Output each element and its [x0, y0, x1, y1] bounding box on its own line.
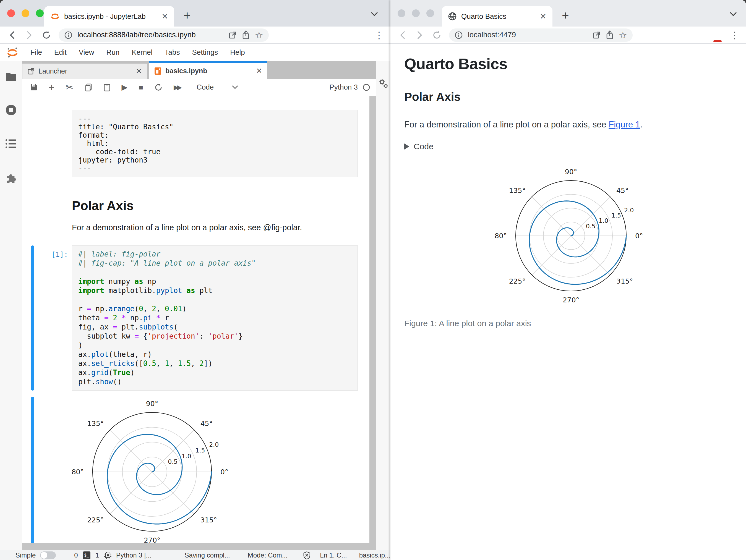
window-controls[interactable] [7, 9, 44, 17]
file-browser-icon[interactable] [5, 72, 17, 82]
minimize-window-button[interactable] [412, 9, 420, 17]
share-icon[interactable] [242, 30, 250, 40]
markdown-paragraph-cell[interactable]: For a demonstration of a line plot on a … [22, 223, 376, 232]
output-collapser[interactable] [31, 396, 34, 549]
svg-text:2.0: 2.0 [209, 441, 219, 448]
url-text[interactable]: localhost:8888/lab/tree/basics.ipynb [78, 31, 223, 39]
cell-type-dropdown[interactable]: Code [197, 83, 214, 91]
figure-caption: Figure 1: A line plot on a polar axis [404, 319, 722, 328]
output-cell[interactable]: 0°45°90°135°180°225°270°315°0.51.01.52.0 [22, 396, 376, 549]
site-info-icon[interactable] [455, 31, 463, 39]
open-in-new-icon[interactable] [592, 31, 601, 39]
browser-menu-icon[interactable]: ⋮ [374, 30, 384, 41]
cell-type-chevron-icon[interactable] [231, 85, 239, 90]
horizontal-scrollbar[interactable] [22, 543, 369, 550]
close-tab-icon[interactable]: ✕ [162, 12, 168, 21]
browser-tab-strip: basics.ipynb - JupyterLab ✕ + [0, 0, 391, 27]
run-cell-icon[interactable]: ▶ [122, 83, 128, 92]
paste-cells-icon[interactable] [104, 83, 111, 91]
url-bar[interactable]: localhost:4479 ☆ [449, 28, 633, 42]
markdown-heading-cell[interactable]: Polar Axis [22, 198, 376, 213]
close-launcher-tab-icon[interactable]: ✕ [136, 67, 142, 76]
new-tab-button[interactable]: + [183, 10, 191, 21]
menu-item-view[interactable]: View [79, 48, 94, 57]
run-all-icon[interactable]: ▶▶ [174, 84, 180, 91]
zoom-window-button[interactable] [36, 9, 44, 17]
add-cell-icon[interactable]: + [49, 82, 55, 93]
kernel-status-text[interactable]: Python 3 |... [116, 552, 151, 559]
menu-item-kernel[interactable]: Kernel [132, 48, 152, 57]
tab-notebook[interactable]: basics.ipynb ✕ [149, 61, 267, 79]
restart-kernel-icon[interactable] [154, 83, 163, 91]
site-info-icon[interactable] [64, 31, 73, 39]
open-in-new-icon[interactable] [228, 31, 237, 39]
zoom-window-button[interactable] [426, 9, 434, 17]
tab-search-chevron-icon[interactable] [728, 11, 738, 17]
bookmark-star-icon[interactable]: ☆ [255, 30, 263, 41]
editor-mode[interactable]: Mode: Com... [248, 552, 288, 559]
stop-kernel-icon[interactable]: ■ [139, 83, 143, 92]
url-text[interactable]: localhost:4479 [468, 31, 587, 39]
browser-tab[interactable]: Quarto Basics ✕ [442, 6, 552, 27]
forward-icon[interactable] [415, 30, 425, 40]
menu-item-tabs[interactable]: Tabs [165, 48, 180, 57]
menu-item-file[interactable]: File [30, 48, 42, 57]
minimize-window-button[interactable] [22, 9, 29, 17]
vertical-scrollbar[interactable] [369, 96, 376, 550]
tab-launcher[interactable]: Launcher ✕ [22, 63, 147, 79]
code-cell[interactable]: [1]: #| label: fig-polar#| fig-cap: "A l… [22, 245, 376, 390]
browser-navbar: localhost:8888/lab/tree/basics.ipynb ☆ ⋮ [0, 27, 391, 44]
kernel-status-icon[interactable] [362, 83, 371, 91]
close-notebook-tab-icon[interactable]: ✕ [256, 67, 262, 75]
kernels-count[interactable]: 1 [95, 552, 99, 559]
reload-icon[interactable] [432, 30, 442, 40]
cell-collapser[interactable] [31, 245, 34, 390]
jupyterlab-menubar: FileEditViewRunKernelTabsSettingsHelp [0, 44, 391, 61]
yaml-line: jupyter: python3 [78, 156, 351, 164]
bookmark-star-icon[interactable]: ☆ [619, 30, 627, 41]
menu-item-settings[interactable]: Settings [192, 48, 218, 57]
svg-text:180°: 180° [495, 232, 507, 240]
forward-icon[interactable] [24, 30, 34, 40]
menu-item-edit[interactable]: Edit [54, 48, 67, 57]
markdown-paragraph: For a demonstration of a line plot on a … [72, 223, 358, 232]
notebook-scroll-area[interactable]: ---title: "Quarto Basics"format: html: c… [22, 96, 376, 550]
back-icon[interactable] [7, 30, 17, 40]
yaml-cell-source[interactable]: ---title: "Quarto Basics"format: html: c… [72, 110, 358, 177]
url-bar[interactable]: localhost:8888/lab/tree/basics.ipynb ☆ [59, 28, 269, 42]
svg-text:270°: 270° [563, 296, 579, 304]
menu-item-help[interactable]: Help [230, 48, 245, 57]
figure-1-link[interactable]: Figure 1 [609, 120, 640, 129]
share-icon[interactable] [606, 30, 614, 40]
copy-cells-icon[interactable] [85, 83, 92, 91]
table-of-contents-icon[interactable] [5, 138, 17, 149]
close-window-button[interactable] [7, 9, 15, 17]
close-tab-icon[interactable]: ✕ [540, 12, 546, 21]
cursor-position[interactable]: Ln 1, C... [320, 552, 347, 559]
cut-cells-icon[interactable]: ✂ [65, 82, 74, 93]
svg-text:135°: 135° [509, 186, 526, 195]
cell-collapser[interactable] [31, 110, 34, 177]
close-window-button[interactable] [398, 9, 405, 17]
code-cell-source[interactable]: #| label: fig-polar#| fig-cap: "A line p… [72, 245, 358, 390]
yaml-cell[interactable]: ---title: "Quarto Basics"format: html: c… [22, 110, 376, 177]
menu-item-run[interactable]: Run [107, 48, 120, 57]
tab-search-chevron-icon[interactable] [369, 11, 379, 17]
terminals-count[interactable]: 0 [74, 552, 78, 559]
status-filename[interactable]: basics.ip... [359, 552, 391, 559]
simple-mode-toggle[interactable] [40, 552, 56, 559]
browser-tab[interactable]: basics.ipynb - JupyterLab ✕ [44, 6, 174, 27]
kernel-name[interactable]: Python 3 [329, 83, 358, 91]
back-icon[interactable] [398, 30, 407, 40]
browser-menu-icon[interactable]: ⋮ [730, 30, 739, 41]
new-tab-button[interactable]: + [562, 10, 569, 21]
svg-text:225°: 225° [87, 516, 104, 524]
code-disclosure[interactable]: Code [404, 142, 722, 151]
reload-icon[interactable] [41, 30, 51, 40]
property-inspector-gears-icon[interactable] [378, 78, 389, 89]
terminal-icon: $_ [83, 552, 91, 559]
extensions-icon[interactable] [5, 171, 18, 184]
running-kernels-icon[interactable] [5, 104, 17, 116]
save-icon[interactable] [30, 84, 38, 91]
trust-shield-icon[interactable] [303, 551, 311, 560]
